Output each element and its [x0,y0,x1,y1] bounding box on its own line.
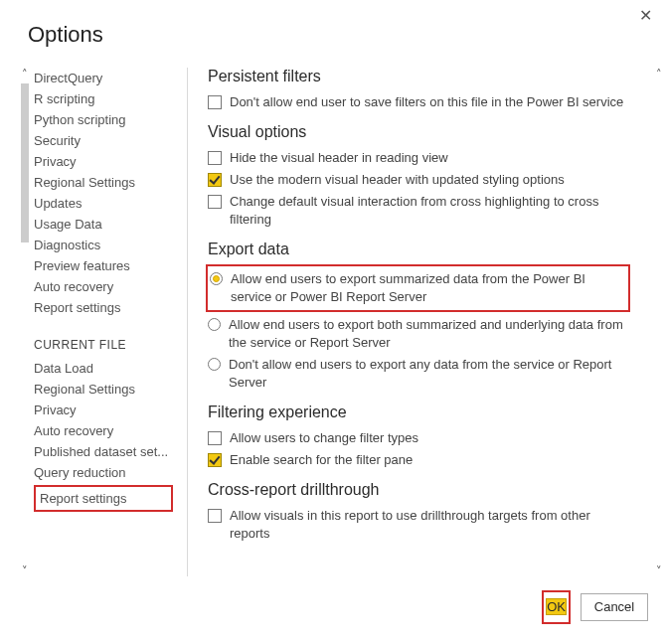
checkbox-cross-filtering[interactable]: Change default visual interaction from c… [208,191,628,231]
chevron-down-icon[interactable]: ˅ [653,564,665,576]
ok-button[interactable]: OK [546,598,567,615]
option-label: Allow end users to export summarized dat… [231,270,626,306]
sidebar-section-current-file: CURRENT FILE [34,338,183,352]
checkbox-icon [208,95,222,109]
checkbox-checked-icon [208,173,222,187]
main-scrollbar[interactable]: ˄ ˅ [654,68,664,576]
sidebar-item-report-settings-global[interactable]: Report settings [34,297,173,318]
group-filtering-experience: Filtering experience [208,403,628,421]
sidebar-item-report-settings-file[interactable]: Report settings [40,488,167,509]
option-label: Allow visuals in this report to use dril… [230,507,628,543]
group-export-data: Export data [208,241,628,258]
radio-icon [208,358,221,371]
sidebar-item-auto-recovery[interactable]: Auto recovery [34,276,173,297]
group-cross-report-drillthrough: Cross-report drillthrough [208,481,628,499]
sidebar-item-regional-settings-file[interactable]: Regional Settings [34,379,173,400]
chevron-down-icon[interactable]: ˅ [19,564,31,576]
radio-export-summarized[interactable]: Allow end users to export summarized dat… [210,268,626,308]
checkbox-persistent-filters[interactable]: Don't allow end user to save filters on … [208,91,628,113]
radio-export-both[interactable]: Allow end users to export both summarize… [208,314,628,354]
checkbox-icon [208,151,222,165]
divider [187,68,188,576]
chevron-up-icon[interactable]: ˄ [19,68,31,80]
checkbox-enable-search-filter[interactable]: Enable search for the filter pane [208,449,628,471]
option-label: Don't allow end user to save filters on … [230,93,628,111]
option-label: Enable search for the filter pane [230,451,628,469]
sidebar-item-regional-settings[interactable]: Regional Settings [34,172,173,193]
checkbox-icon [208,195,222,209]
sidebar-item-usage-data[interactable]: Usage Data [34,214,173,235]
sidebar-item-preview-features[interactable]: Preview features [34,255,173,276]
checkbox-hide-visual-header[interactable]: Hide the visual header in reading view [208,147,628,169]
sidebar-item-published-dataset[interactable]: Published dataset set... [34,441,173,462]
radio-export-none[interactable]: Don't allow end users to export any data… [208,354,628,394]
chevron-up-icon[interactable]: ˄ [653,68,665,80]
sidebar-item-updates[interactable]: Updates [34,193,173,214]
group-persistent-filters: Persistent filters [208,68,628,85]
main-panel: Persistent filters Don't allow end user … [194,68,650,576]
sidebar-item-privacy[interactable]: Privacy [34,151,173,172]
scrollbar-thumb[interactable] [21,83,29,242]
sidebar-item-query-reduction[interactable]: Query reduction [34,462,173,483]
page-title: Options [28,22,103,48]
radio-selected-icon [210,272,223,285]
sidebar-item-data-load[interactable]: Data Load [34,358,173,379]
sidebar-item-security[interactable]: Security [34,130,173,151]
checkbox-modern-visual-header[interactable]: Use the modern visual header with update… [208,169,628,191]
checkbox-cross-report-drillthrough[interactable]: Allow visuals in this report to use dril… [208,505,628,545]
option-label: Don't allow end users to export any data… [229,356,628,392]
option-label: Allow end users to export both summarize… [229,316,628,352]
option-label: Allow users to change filter types [230,429,628,447]
sidebar-item-python-scripting[interactable]: Python scripting [34,109,173,130]
sidebar-item-directquery[interactable]: DirectQuery [34,68,173,88]
sidebar-item-auto-recovery-file[interactable]: Auto recovery [34,420,173,441]
option-label: Use the modern visual header with update… [230,171,628,189]
sidebar-item-privacy-file[interactable]: Privacy [34,400,173,420]
checkbox-icon [208,509,222,523]
sidebar-item-diagnostics[interactable]: Diagnostics [34,235,173,255]
checkbox-checked-icon [208,453,222,467]
group-visual-options: Visual options [208,123,628,141]
checkbox-change-filter-types[interactable]: Allow users to change filter types [208,427,628,449]
sidebar-scrollbar[interactable]: ˄ ˅ [20,68,30,576]
option-label: Hide the visual header in reading view [230,149,628,167]
sidebar-item-r-scripting[interactable]: R scripting [34,88,173,109]
cancel-button[interactable]: Cancel [581,593,648,621]
footer: OK Cancel [542,590,648,624]
sidebar: DirectQuery R scripting Python scripting… [24,68,183,576]
checkbox-icon [208,431,222,445]
radio-icon [208,318,221,331]
close-icon[interactable]: ✕ [639,8,652,24]
option-label: Change default visual interaction from c… [230,193,628,229]
